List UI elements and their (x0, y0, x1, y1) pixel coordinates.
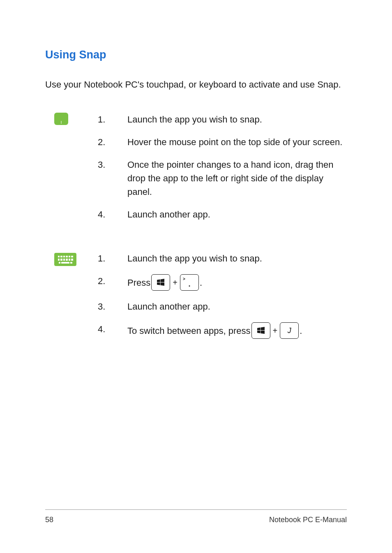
list-item: 3. Launch another app. (98, 300, 347, 313)
touchpad-icon-col (45, 113, 98, 127)
svg-marker-2 (157, 282, 160, 285)
list-item: 4. To switch between apps, press (98, 322, 347, 339)
list-item: 2. Hover the mouse point on the top side… (98, 135, 347, 149)
step-number: 4. (98, 322, 127, 336)
step-text-after: . (300, 324, 302, 338)
step-text: Launch the app you wish to snap. (127, 252, 347, 265)
keyboard-icon (54, 253, 76, 266)
svg-marker-4 (257, 328, 261, 331)
intro-paragraph: Use your Notebook PC's touchpad, or keyb… (45, 78, 347, 91)
period-key-icon: > (180, 274, 199, 291)
j-key-icon: J (280, 322, 299, 339)
windows-key-icon (151, 274, 170, 291)
step-text-before: Press (127, 276, 150, 289)
svg-marker-6 (257, 331, 261, 333)
svg-marker-5 (261, 327, 264, 330)
step-text: Launch another app. (127, 208, 347, 221)
step-number: 4. (98, 208, 127, 221)
windows-logo-icon (157, 279, 164, 286)
windows-logo-icon (257, 327, 265, 334)
step-number: 1. (98, 252, 127, 265)
svg-marker-0 (157, 280, 160, 282)
plus-sign: + (273, 324, 278, 337)
step-number: 1. (98, 113, 127, 126)
list-item: 1. Launch the app you wish to snap. (98, 252, 347, 265)
footer-title: Notebook PC E-Manual (269, 516, 347, 524)
svg-marker-3 (161, 282, 164, 286)
list-item: 3. Once the pointer changes to a hand ic… (98, 158, 347, 199)
step-text: Launch another app. (127, 300, 347, 313)
step-number: 3. (98, 158, 127, 171)
step-text: Hover the mouse point on the top side of… (127, 135, 347, 149)
section-heading: Using Snap (45, 49, 347, 61)
touchpad-steps: 1. Launch the app you wish to snap. 2. H… (98, 113, 347, 230)
step-text: To switch between apps, press + J (127, 322, 347, 339)
svg-marker-1 (161, 279, 164, 282)
step-text-after: . (200, 276, 202, 289)
step-text: Launch the app you wish to snap. (127, 113, 347, 126)
list-item: 4. Launch another app. (98, 208, 347, 221)
touchpad-section: 1. Launch the app you wish to snap. 2. H… (45, 113, 347, 230)
list-item: 2. Press + (98, 274, 347, 291)
list-item: 1. Launch the app you wish to snap. (98, 113, 347, 126)
step-number: 2. (98, 135, 127, 149)
plus-sign: + (173, 276, 178, 289)
touchpad-icon (54, 113, 68, 125)
step-number: 2. (98, 274, 127, 288)
keyboard-steps: 1. Launch the app you wish to snap. 2. P… (98, 252, 347, 348)
windows-key-icon (251, 322, 270, 339)
page-footer: 58 Notebook PC E-Manual (45, 509, 347, 524)
manual-page: Using Snap Use your Notebook PC's touchp… (0, 0, 392, 553)
svg-marker-7 (261, 331, 264, 334)
step-text: Once the pointer changes to a hand icon,… (127, 158, 347, 199)
keyboard-section: 1. Launch the app you wish to snap. 2. P… (45, 252, 347, 348)
step-number: 3. (98, 300, 127, 313)
step-text: Press + > (127, 274, 347, 291)
keyboard-icon-col (45, 252, 98, 266)
step-text-before: To switch between apps, press (127, 324, 251, 338)
page-number: 58 (45, 516, 53, 524)
